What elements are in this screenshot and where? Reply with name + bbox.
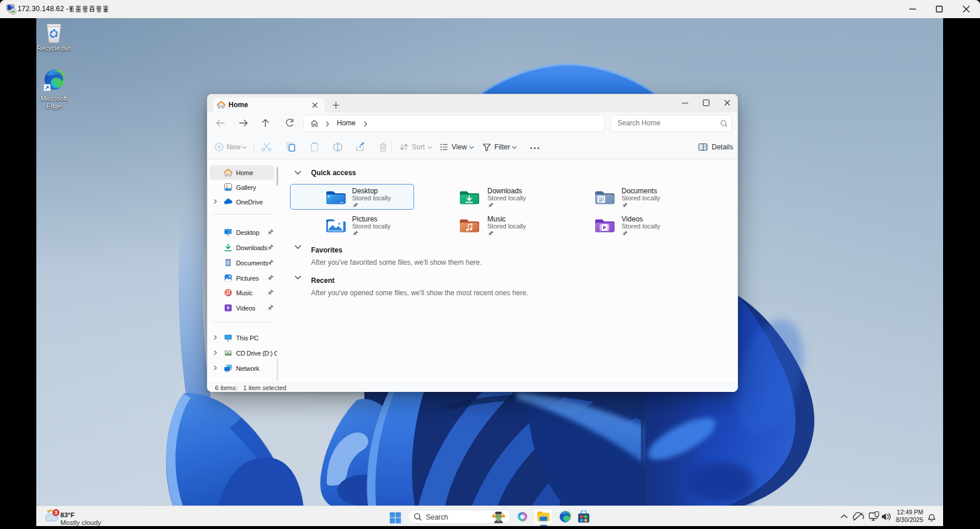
svg-text:3: 3 [54,510,57,516]
